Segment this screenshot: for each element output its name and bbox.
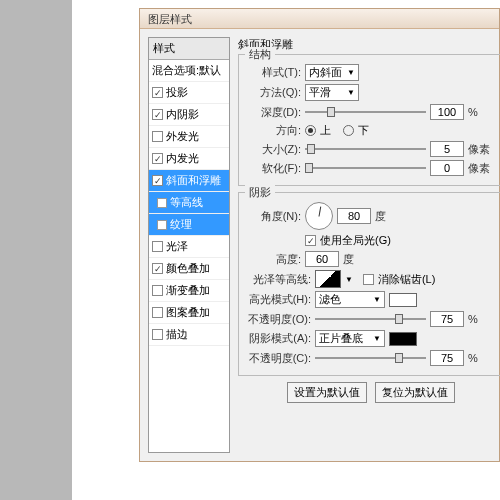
- style-label: 渐变叠加: [166, 283, 210, 298]
- checkbox-icon[interactable]: [152, 329, 163, 340]
- structure-group: 结构 样式(T): 内斜面▼ 方法(Q): 平滑▼ 深度(D): 100 % 方…: [238, 54, 500, 186]
- checkbox-icon[interactable]: [152, 175, 163, 186]
- depth-slider[interactable]: [305, 105, 426, 119]
- antialias-label: 消除锯齿(L): [378, 272, 435, 287]
- technique-label: 方法(Q):: [245, 85, 301, 100]
- global-light-label: 使用全局光(G): [320, 233, 391, 248]
- highlight-color-swatch[interactable]: [389, 293, 417, 307]
- unit-label: 度: [375, 209, 403, 224]
- checkbox-icon[interactable]: [152, 131, 163, 142]
- shadow-mode-label: 阴影模式(A):: [245, 331, 311, 346]
- bevel-settings: 斜面和浮雕 结构 样式(T): 内斜面▼ 方法(Q): 平滑▼ 深度(D): 1…: [238, 37, 500, 453]
- style-label: 投影: [166, 85, 188, 100]
- sub-icon: [157, 198, 167, 208]
- style-item-outer-glow[interactable]: 外发光: [149, 126, 229, 148]
- style-item-inner-glow[interactable]: 内发光: [149, 148, 229, 170]
- blend-options-row[interactable]: 混合选项:默认: [149, 60, 229, 82]
- shadow-opacity-label: 不透明度(C):: [245, 351, 311, 366]
- soften-slider[interactable]: [305, 161, 426, 175]
- watermark-text: 系统之家: [448, 475, 492, 490]
- chevron-down-icon[interactable]: ▼: [345, 275, 353, 284]
- global-light-checkbox[interactable]: [305, 235, 316, 246]
- style-item-texture[interactable]: 纹理: [149, 214, 229, 236]
- chevron-down-icon: ▼: [347, 88, 355, 97]
- checkbox-icon[interactable]: [152, 307, 163, 318]
- blend-options-label: 混合选项:默认: [152, 63, 221, 78]
- style-label: 颜色叠加: [166, 261, 210, 276]
- style-item-gradient-overlay[interactable]: 渐变叠加: [149, 280, 229, 302]
- styles-header: 样式: [149, 38, 229, 60]
- highlight-mode-label: 高光模式(H):: [245, 292, 311, 307]
- style-label: 内阴影: [166, 107, 199, 122]
- layer-style-dialog: 图层样式 样式 混合选项:默认 投影 内阴影 外发光 内发光 斜面和浮雕 等高线…: [139, 8, 500, 462]
- unit-label: 像素: [468, 161, 496, 176]
- antialias-checkbox[interactable]: [363, 274, 374, 285]
- direction-label: 方向:: [245, 123, 301, 138]
- highlight-mode-combo[interactable]: 滤色▼: [315, 291, 385, 308]
- styles-list-panel: 样式 混合选项:默认 投影 内阴影 外发光 内发光 斜面和浮雕 等高线 纹理 光…: [148, 37, 230, 453]
- structure-group-title: 结构: [245, 47, 275, 62]
- shadow-opacity-input[interactable]: 75: [430, 350, 464, 366]
- direction-up-radio[interactable]: [305, 125, 316, 136]
- watermark-logo-icon: [416, 472, 442, 492]
- direction-down-radio[interactable]: [343, 125, 354, 136]
- style-label: 样式(T):: [245, 65, 301, 80]
- style-item-satin[interactable]: 光泽: [149, 236, 229, 258]
- size-input[interactable]: 5: [430, 141, 464, 157]
- shading-group-title: 阴影: [245, 185, 275, 200]
- style-label: 外发光: [166, 129, 199, 144]
- dialog-title: 图层样式: [148, 13, 192, 25]
- shadow-mode-combo[interactable]: 正片叠底▼: [315, 330, 385, 347]
- style-item-inner-shadow[interactable]: 内阴影: [149, 104, 229, 126]
- style-label: 内发光: [166, 151, 199, 166]
- depth-input[interactable]: 100: [430, 104, 464, 120]
- checkbox-icon[interactable]: [152, 87, 163, 98]
- unit-label: %: [468, 313, 496, 325]
- combo-value: 平滑: [309, 85, 331, 100]
- shadow-opacity-slider[interactable]: [315, 351, 426, 365]
- style-item-bevel-emboss[interactable]: 斜面和浮雕: [149, 170, 229, 192]
- gloss-contour-picker[interactable]: [315, 270, 341, 288]
- highlight-opacity-label: 不透明度(O):: [245, 312, 311, 327]
- style-item-color-overlay[interactable]: 颜色叠加: [149, 258, 229, 280]
- highlight-opacity-slider[interactable]: [315, 312, 426, 326]
- style-item-contour[interactable]: 等高线: [149, 192, 229, 214]
- altitude-label: 高度:: [245, 252, 301, 267]
- checkbox-icon[interactable]: [152, 241, 163, 252]
- checkbox-icon[interactable]: [152, 153, 163, 164]
- bevel-title: 斜面和浮雕: [238, 37, 500, 52]
- soften-input[interactable]: 0: [430, 160, 464, 176]
- unit-label: %: [468, 106, 496, 118]
- shadow-color-swatch[interactable]: [389, 332, 417, 346]
- angle-input[interactable]: 80: [337, 208, 371, 224]
- shading-group: 阴影 角度(N): 80 度 使用全局光(G) 高度: 60 度 光泽: [238, 192, 500, 376]
- angle-label: 角度(N):: [245, 209, 301, 224]
- style-label: 斜面和浮雕: [166, 173, 221, 188]
- style-label: 描边: [166, 327, 188, 342]
- make-default-button[interactable]: 设置为默认值: [287, 382, 367, 403]
- style-combo[interactable]: 内斜面▼: [305, 64, 359, 81]
- size-slider[interactable]: [305, 142, 426, 156]
- chevron-down-icon: ▼: [373, 334, 381, 343]
- unit-label: 度: [343, 252, 371, 267]
- style-label: 图案叠加: [166, 305, 210, 320]
- style-label: 光泽: [166, 239, 188, 254]
- combo-value: 正片叠底: [319, 331, 363, 346]
- checkbox-icon[interactable]: [152, 109, 163, 120]
- chevron-down-icon: ▼: [347, 68, 355, 77]
- altitude-input[interactable]: 60: [305, 251, 339, 267]
- angle-dial[interactable]: [305, 202, 333, 230]
- watermark: 系统之家: [416, 472, 492, 492]
- highlight-opacity-input[interactable]: 75: [430, 311, 464, 327]
- reset-default-button[interactable]: 复位为默认值: [375, 382, 455, 403]
- checkbox-icon[interactable]: [152, 263, 163, 274]
- style-label: 纹理: [170, 217, 192, 232]
- soften-label: 软化(F):: [245, 161, 301, 176]
- technique-combo[interactable]: 平滑▼: [305, 84, 359, 101]
- checkbox-icon[interactable]: [152, 285, 163, 296]
- style-item-stroke[interactable]: 描边: [149, 324, 229, 346]
- style-label: 等高线: [170, 195, 203, 210]
- dialog-titlebar[interactable]: 图层样式: [140, 9, 499, 29]
- style-item-pattern-overlay[interactable]: 图案叠加: [149, 302, 229, 324]
- style-item-drop-shadow[interactable]: 投影: [149, 82, 229, 104]
